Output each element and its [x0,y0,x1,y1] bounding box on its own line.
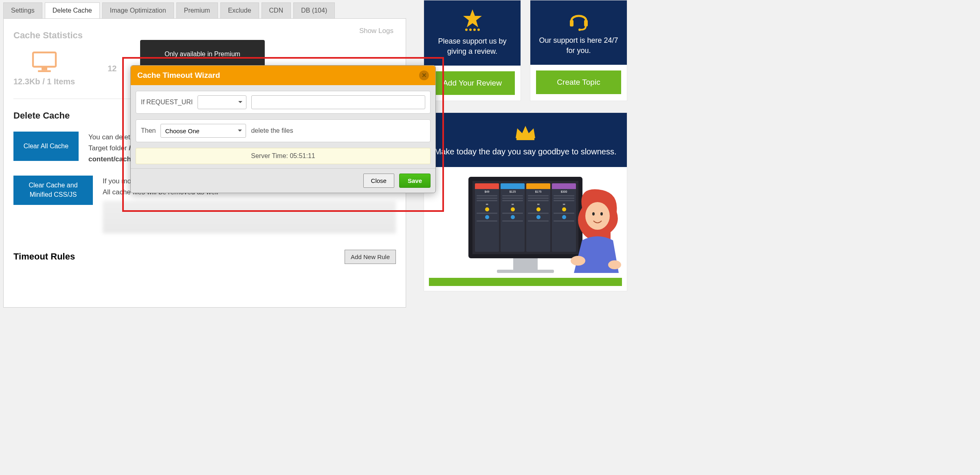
clear-cache-minified-button[interactable]: Clear Cache and Minified CSS/JS [13,176,93,205]
svg-rect-0 [33,53,56,67]
svg-point-6 [465,29,468,31]
if-value-input[interactable] [251,95,425,109]
svg-rect-1 [42,68,47,70]
clear-all-line1: You can delete [88,133,134,141]
delete-files-label: delete the files [251,127,293,134]
stat-desktop-value: 12.3Kb / 1 Items [13,77,75,86]
tab-premium[interactable]: Premium [176,2,218,18]
modal-save-button[interactable]: Save [399,174,431,188]
timeout-rules-heading: Timeout Rules [13,251,75,262]
add-review-button[interactable]: Add Your Review [430,71,515,95]
if-operator-select[interactable] [198,95,246,109]
svg-point-15 [585,202,610,230]
svg-marker-5 [463,9,482,27]
star-icon [461,9,483,32]
svg-point-7 [469,29,472,31]
cache-stats-heading: Cache Statistics [13,30,396,41]
premium-promo: $49∞ $125∞ $175∞ $300∞ [424,167,627,273]
tab-bar: Settings Delete Cache Image Optimization… [0,0,409,18]
svg-rect-2 [38,70,51,72]
svg-point-16 [592,212,595,216]
svg-point-18 [571,256,585,266]
svg-point-17 [600,212,603,216]
plan2-price: $125 [501,190,525,193]
person-illustration [558,183,623,273]
review-card: Please support us by giving a review. Ad… [424,0,521,101]
svg-point-12 [578,29,581,31]
stat-desktop: 12.3Kb / 1 Items [13,51,75,86]
if-rule-row: If REQUEST_URI [136,91,431,114]
clear-all-cache-button[interactable]: Clear All Cache [13,132,79,161]
svg-point-8 [473,29,476,31]
clear-all-desc: You can delete Target folder / content/c… [88,132,135,165]
modal-close-button[interactable]: Close [363,174,394,188]
tab-settings[interactable]: Settings [3,2,42,18]
redacted-paths [103,201,396,233]
svg-rect-10 [570,20,573,26]
premium-tooltip: Only available in Premium [140,40,265,68]
tab-exclude[interactable]: Exclude [220,2,259,18]
svg-rect-11 [584,20,588,26]
plan3-price: $175 [526,190,550,193]
review-text: Please support us by giving a review. [438,37,506,55]
modal-close-icon[interactable]: ✕ [419,70,429,80]
cache-timeout-wizard-modal: Cache Timeout Wizard ✕ If REQUEST_URI Th… [130,65,436,193]
clear-all-line2a: Target folder [88,144,129,152]
tab-cdn[interactable]: CDN [261,2,291,18]
headset-icon [567,9,590,31]
tab-delete-cache[interactable]: Delete Cache [45,2,100,18]
crown-icon [513,123,538,141]
svg-point-9 [477,29,480,31]
svg-marker-13 [516,126,535,138]
support-card: Our support is here 24/7 for you. Create… [530,0,627,101]
then-label: Then [141,127,156,134]
then-rule-row: Then Choose One delete the files [136,119,431,142]
desktop-icon [30,51,59,73]
clear-all-line3: content/cache [88,155,135,163]
create-topic-button[interactable]: Create Topic [536,70,621,94]
add-new-rule-button[interactable]: Add New Rule [345,250,396,264]
server-time-display: Server Time: 05:51:11 [136,148,431,164]
modal-title: Cache Timeout Wizard [137,71,220,80]
svg-point-19 [608,260,621,269]
tab-db[interactable]: DB (104) [293,2,335,18]
premium-text: Make today the day you say goodbye to sl… [435,147,617,156]
support-text: Our support is here 24/7 for you. [539,36,618,55]
tab-image-optimization[interactable]: Image Optimization [102,2,174,18]
show-logs-link[interactable]: Show Logs [359,27,393,35]
premium-card: Make today the day you say goodbye to sl… [424,112,627,291]
svg-rect-14 [516,138,534,140]
premium-cta-strip[interactable] [429,278,622,286]
if-label: If REQUEST_URI [141,99,193,106]
stat-secondary: 12 [108,64,116,73]
then-frequency-select[interactable]: Choose One [160,124,246,138]
plan1-price: $49 [475,190,499,193]
